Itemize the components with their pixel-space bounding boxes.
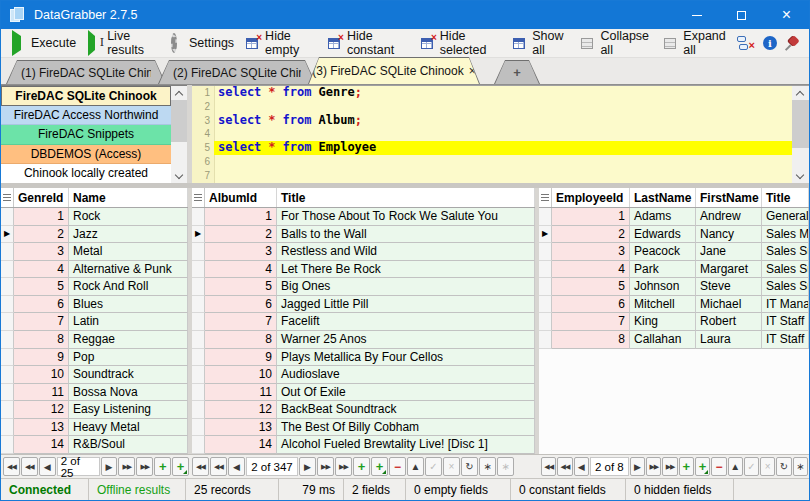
nav-refresh-button[interactable]: ↻ [776,457,791,476]
column-header[interactable]: LastName [630,188,696,207]
nav-cancel-button[interactable]: × [443,457,460,476]
hide-empty-button[interactable]: × Hide empty [241,26,323,60]
nav-delete-button[interactable]: − [711,457,726,476]
sidebar-item-firedac-access-northwind[interactable]: FireDAC Access Northwind [1,106,171,126]
column-header[interactable]: Title [762,188,809,207]
tab-2[interactable]: (2) FireDAC SQLite Chinook [158,60,316,84]
collapse-all-button[interactable]: Collapse all [576,26,659,60]
table-row[interactable]: 12BackBeat Soundtrack [192,401,535,419]
nav-cancel-updates-button[interactable]: ∗ [497,457,514,476]
table-row[interactable]: 9Pop [1,349,188,367]
execute-button[interactable]: Execute [7,33,83,53]
table-row[interactable]: 11Out Of Exile [192,384,535,402]
show-all-button[interactable]: Show all [508,26,576,60]
table-row[interactable]: 14R&B/Soul [1,436,188,454]
tab-close-icon[interactable]: × [469,64,476,78]
nav-apply-updates-button[interactable]: ∗ [479,457,496,476]
code-line-current[interactable]: 5 select*fromEmployee [215,141,792,155]
scrollbar-thumb[interactable] [792,100,809,148]
nav-next-button[interactable]: ▶ [630,457,645,476]
table-row[interactable]: 7Facelift [192,313,535,331]
nav-append-button[interactable]: + [695,457,710,476]
settings-button[interactable]: Settings [165,33,241,53]
table-row[interactable]: 1Rock [1,208,188,226]
code-line[interactable]: 2 [215,100,792,114]
code-line[interactable]: 1 select*fromGenre; [215,86,792,100]
nav-append-button[interactable]: + [172,457,189,476]
table-row[interactable]: 7KingRobertIT Staff [539,313,809,331]
table-row[interactable]: 8CallahanLauraIT Staff [539,331,809,349]
nav-last-button[interactable]: ▶▶ [662,457,677,476]
editor-scrollbar[interactable] [792,86,809,183]
sidebar-item-firedac-sqlite-chinook[interactable]: FireDAC SQLite Chinook [1,86,171,106]
scroll-down-icon[interactable] [792,169,808,183]
hide-constant-button[interactable]: × Hide constant [323,26,416,60]
nav-prior-page-button[interactable]: ◀◀ [21,457,38,476]
nav-post-button[interactable]: ✓ [744,457,759,476]
table-row[interactable]: 3PeacockJaneSales Supp [539,243,809,261]
sidebar-item-dbdemos-access[interactable]: DBDEMOS (Access) [1,145,171,165]
column-chooser-icon[interactable] [1,188,14,207]
table-row[interactable]: 4Let There Be Rock [192,261,535,279]
table-row[interactable]: 4ParkMargaretSales Supp [539,261,809,279]
code-line[interactable]: 3 select*fromAlbum; [215,114,792,128]
sql-editor[interactable]: 1 select*fromGenre; 2 3 select*fromAlbum… [192,85,809,183]
column-chooser-icon[interactable] [539,188,552,207]
table-row[interactable]: 1AdamsAndrewGeneral Ma [539,208,809,226]
live-results-button[interactable]: I Live results [83,26,165,60]
nav-next-page-button[interactable]: ▶▶ [317,457,334,476]
table-row[interactable]: 1For Those About To Rock We Salute You [192,208,535,226]
table-row-current[interactable]: ▶2EdwardsNancySales Mana [539,226,809,244]
nav-next-button[interactable]: ▶ [299,457,316,476]
table-row[interactable]: 7Latin [1,313,188,331]
code-line[interactable]: 7 [215,169,792,183]
column-header[interactable]: FirstName [696,188,762,207]
scroll-up-icon[interactable] [792,86,808,100]
nav-insert-button[interactable]: + [679,457,694,476]
code-line[interactable]: 4 [215,127,792,141]
table-row[interactable]: 5JohnsonSteveSales Supp [539,278,809,296]
nav-post-button[interactable]: ✓ [425,457,442,476]
table-row[interactable]: 6MitchellMichaelIT Manager [539,296,809,314]
scroll-down-icon[interactable] [171,169,187,183]
table-row[interactable]: 9Plays Metallica By Four Cellos [192,349,535,367]
minimize-button[interactable] [674,1,719,29]
table-row[interactable]: 13Heavy Metal [1,419,188,437]
close-button[interactable]: × [764,1,809,29]
hide-selected-button[interactable]: × Hide selected [416,26,508,60]
table-row-current[interactable]: ▶2Jazz [1,226,188,244]
nav-edit-button[interactable]: ▲ [728,457,743,476]
column-header[interactable]: GenreId [14,188,69,207]
nav-next-page-button[interactable]: ▶▶ [646,457,661,476]
pin-icon[interactable] [785,36,799,50]
scroll-up-icon[interactable] [171,86,187,100]
nav-insert-button[interactable]: + [353,457,370,476]
table-row[interactable]: 8Warner 25 Anos [192,331,535,349]
table-row[interactable]: 8Reggae [1,331,188,349]
nav-append-button[interactable]: + [371,457,388,476]
tab-1[interactable]: (1) FireDAC SQLite Chinook [6,60,166,84]
table-row[interactable]: 13The Best Of Billy Cobham [192,419,535,437]
disconnect-icon[interactable]: × [737,36,755,51]
table-row[interactable]: 4Alternative & Punk [1,261,188,279]
table-row[interactable]: 12Easy Listening [1,401,188,419]
column-chooser-icon[interactable] [192,188,205,207]
column-header[interactable]: Title [277,188,535,207]
nav-first-button[interactable]: ◀◀ [192,457,209,476]
nav-prior-page-button[interactable]: ◀◀ [557,457,572,476]
nav-prior-page-button[interactable]: ◀◀ [210,457,227,476]
new-tab-button[interactable]: + [494,60,540,84]
nav-last-button[interactable]: ▶▶ [136,457,153,476]
table-row[interactable]: 6Jagged Little Pill [192,296,535,314]
nav-last-button[interactable]: ▶▶ [335,457,352,476]
nav-first-button[interactable]: ◀◀ [3,457,20,476]
table-row[interactable]: 10Soundtrack [1,366,188,384]
column-header[interactable]: EmployeeId [552,188,630,207]
nav-refresh-button[interactable]: ↻ [461,457,478,476]
nav-next-button[interactable]: ▶ [101,457,118,476]
nav-prior-button[interactable]: ◀ [228,457,245,476]
maximize-button[interactable] [719,1,764,29]
code-line[interactable]: 6 [215,155,792,169]
table-row[interactable]: 11Bossa Nova [1,384,188,402]
table-row[interactable]: 10Audioslave [192,366,535,384]
